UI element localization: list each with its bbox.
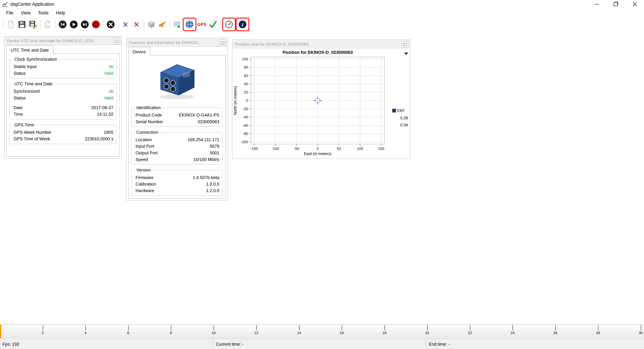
timeline-tick-label: 2 xyxy=(38,331,48,335)
svg-text:0.28: 0.28 xyxy=(400,116,408,120)
status-bar: Fps: 192 Current time: - End time: - xyxy=(0,340,644,349)
field-label: GPS Week Number xyxy=(14,129,51,135)
svg-text:i: i xyxy=(242,21,243,27)
add-grid-view-button[interactable] xyxy=(172,18,183,30)
timeline-tick xyxy=(342,325,342,331)
build-tools-button[interactable] xyxy=(120,18,131,30)
timeline-playhead[interactable] xyxy=(0,325,1,338)
timeline-tick xyxy=(214,325,214,331)
svg-text:-80: -80 xyxy=(243,132,248,136)
end-time-status: End time: - xyxy=(429,342,450,346)
chart-options-dropdown[interactable] xyxy=(404,52,408,55)
timeline-tick xyxy=(256,325,257,331)
field-value: ok xyxy=(109,63,114,70)
gps-view-button[interactable]: GPS xyxy=(196,18,207,30)
field-label: Stable Input xyxy=(14,63,36,70)
timeline-tick xyxy=(641,325,641,331)
tab-utc-time-and-date[interactable]: UTC Time and Date xyxy=(6,45,53,54)
field-value: Valid xyxy=(104,94,113,101)
field-row: GPS Time of Week223910.0000 s xyxy=(10,135,116,142)
device-info-button[interactable]: i xyxy=(236,17,249,31)
fps-status: Fps: 192 xyxy=(2,342,19,346)
field-row: Stable Inputok xyxy=(10,63,116,70)
field-value: 14:11:32 xyxy=(97,111,114,117)
restore-icon xyxy=(614,2,618,6)
svg-text:60: 60 xyxy=(244,74,248,78)
group-title: UTC Time and Date xyxy=(13,81,54,86)
timeline-tick-label: 26 xyxy=(550,331,560,335)
skip-to-start-icon xyxy=(58,20,67,28)
menu-tools[interactable]: Tools xyxy=(34,9,52,16)
field-label: Firmware xyxy=(136,174,154,181)
svg-text:0: 0 xyxy=(317,146,319,151)
attitude-view-button[interactable] xyxy=(157,18,168,30)
statusbar-divider xyxy=(426,341,426,349)
group-clock-synchronization: Clock SynchronizationStable InputokStatu… xyxy=(10,59,116,78)
svg-text:80: 80 xyxy=(244,65,248,69)
panel-features-content: IdentificationProduct CodeEKINOX-D-G4A1-… xyxy=(128,55,226,199)
panel-utc-titlebar[interactable]: Device UTC time and date for EKINOX-D_02… xyxy=(4,36,122,45)
chart-legend: EKF0.280.34 xyxy=(392,108,408,127)
field-value: 10/100 Mbit/s xyxy=(194,156,219,162)
field-value: 223910.0000 s xyxy=(85,135,114,142)
save-button[interactable] xyxy=(16,18,28,30)
field-row: Calibration1.0.0.0 xyxy=(132,181,222,187)
panel-position-close-button[interactable] xyxy=(402,41,408,48)
field-value: EKINOX-D-G4A1-PS xyxy=(179,112,219,118)
field-value: 1.0.0.0 xyxy=(206,181,220,187)
svg-text:100: 100 xyxy=(357,146,363,151)
field-label: Location xyxy=(136,136,152,143)
skip-to-start-button[interactable] xyxy=(57,18,68,30)
minimize-button[interactable] xyxy=(587,0,606,8)
toolbar-separator xyxy=(40,20,40,29)
svg-text:-60: -60 xyxy=(243,123,248,128)
timeline-tick xyxy=(598,325,598,331)
3d-view-button[interactable] xyxy=(146,18,157,30)
timeline-tick xyxy=(384,325,385,331)
title-bar: sbgCenter Application xyxy=(0,0,644,8)
current-time-status: Current time: - xyxy=(216,342,244,346)
svg-text:0.34: 0.34 xyxy=(400,123,408,127)
field-row: Firmware1.4.5076-beta xyxy=(132,174,222,181)
field-label: GPS Time of Week xyxy=(14,135,50,142)
record-button[interactable] xyxy=(90,18,102,30)
timeline-tick xyxy=(470,325,470,331)
status-check-button[interactable] xyxy=(207,18,218,30)
field-row: Synchronizedok xyxy=(10,88,116,94)
field-row: Hardware1.2.0.0 xyxy=(132,187,222,194)
field-row: Product CodeEKINOX-D-G4A1-PS xyxy=(132,112,222,118)
clock-view-button[interactable] xyxy=(222,17,236,31)
svg-text:-100: -100 xyxy=(272,146,279,151)
menu-bar: FileViewToolsHelp xyxy=(0,8,644,17)
save-as-button[interactable] xyxy=(28,18,38,30)
menu-view[interactable]: View xyxy=(17,9,34,16)
panel-features-close-button[interactable] xyxy=(219,39,226,46)
panel-position-titlebar[interactable]: Position view for EKINOX-D_023000063 xyxy=(232,40,410,48)
panel-utc-close-button[interactable] xyxy=(114,38,120,44)
position-view-button[interactable] xyxy=(183,17,196,31)
panel-features-titlebar[interactable]: Features and information for EKINOX-... xyxy=(126,38,228,47)
close-button[interactable] xyxy=(625,0,644,8)
field-row: Speed10/100 Mbit/s xyxy=(132,156,222,162)
timeline-scrubber[interactable]: 24681012141618202224262830 xyxy=(0,324,644,339)
field-row: Output Port5001 xyxy=(132,149,222,156)
group-identification: IdentificationProduct CodeEKINOX-D-G4A1-… xyxy=(131,107,222,127)
cancel-button[interactable] xyxy=(105,18,116,30)
export-page-button[interactable] xyxy=(42,18,53,30)
toolbar-handle[interactable] xyxy=(2,20,4,29)
float-icon xyxy=(403,43,407,46)
restore-button[interactable] xyxy=(606,0,625,8)
play-button[interactable] xyxy=(68,18,79,30)
new-file-button[interactable] xyxy=(5,18,16,30)
menu-help[interactable]: Help xyxy=(52,9,69,16)
group-utc-time-and-date: UTC Time and DateSynchronizedokStatusVal… xyxy=(10,84,116,119)
checkmark-icon xyxy=(209,20,217,28)
field-label: Date xyxy=(14,104,23,111)
x-axis-label: East (in meters) xyxy=(304,152,332,156)
group-version: VersionFirmware1.4.5076-betaCalibration1… xyxy=(131,170,222,196)
repair-tools-button[interactable] xyxy=(131,18,142,30)
tab-device[interactable]: Device xyxy=(128,47,150,56)
tab-label: UTC Time and Date xyxy=(11,47,49,52)
skip-to-end-button[interactable] xyxy=(79,18,90,30)
menu-file[interactable]: File xyxy=(2,9,17,16)
